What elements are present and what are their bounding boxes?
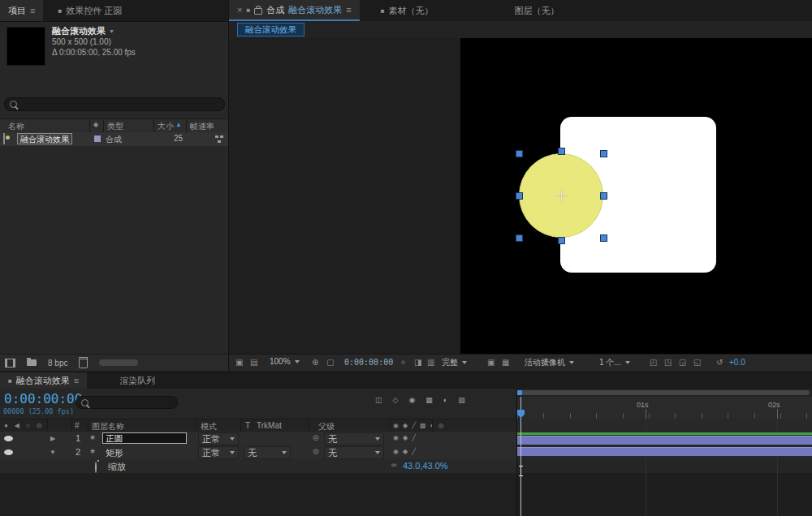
row-name[interactable]: 融合滚动效果 (17, 133, 72, 144)
workarea-start-marker[interactable] (517, 390, 522, 395)
video-column-icon[interactable]: ● (4, 422, 8, 429)
close-icon[interactable]: × (237, 5, 242, 15)
stopwatch-icon[interactable] (95, 462, 97, 473)
selection-handle[interactable] (558, 148, 565, 155)
timeline-button-icon[interactable]: ◲ (679, 358, 686, 367)
col-t[interactable]: T (245, 421, 250, 430)
graph-editor-icon[interactable]: ▨ (458, 396, 465, 404)
draft-3d-icon[interactable]: ◇ (393, 396, 399, 404)
sort-asc-icon[interactable]: ▲ (175, 121, 182, 128)
tab-footage[interactable]: ■ 素材（无） (373, 0, 442, 21)
col-framerate[interactable]: 帧速率 (190, 121, 214, 132)
property-value[interactable]: 43.0,43.0% (403, 461, 448, 471)
quality-switch-icon[interactable]: ◆ (403, 434, 408, 441)
solo-column-icon[interactable]: ○ (26, 422, 30, 429)
camera-dropdown[interactable]: 活动摄像机 (525, 357, 574, 368)
show-snapshot-icon[interactable]: ◨ (414, 358, 421, 367)
col-parent[interactable]: 父级 (318, 421, 335, 432)
lock-icon[interactable] (254, 8, 262, 15)
anchor-point-icon[interactable] (555, 190, 568, 202)
timeline-search-input[interactable] (92, 398, 172, 408)
project-search[interactable] (4, 97, 225, 111)
time-ruler[interactable]: 01s 02s (517, 397, 812, 419)
quality-switch-icon[interactable]: ◆ (403, 448, 408, 455)
layer-row-1[interactable]: ▶ 1 ★ 正圆 正常 ◎ 无 ◉ ◆ ╱ (0, 432, 516, 446)
col-trkmat[interactable]: TrkMat (257, 421, 282, 430)
work-area-bar[interactable] (517, 432, 812, 435)
threed-switch-icon[interactable]: ◎ (438, 422, 443, 429)
layer-row-2[interactable]: ▼ 2 ★ 矩形 正常 无 ◎ 无 ◉ ◆ ╱ (0, 445, 516, 460)
new-folder-icon[interactable] (27, 359, 37, 366)
comp-canvas[interactable] (460, 38, 812, 355)
expand-caret-icon[interactable]: ▶ (50, 435, 55, 442)
mini-flowchart-icon[interactable]: ◫ (375, 396, 382, 404)
interpret-footage-icon[interactable] (5, 359, 15, 368)
menu-icon[interactable]: ≡ (74, 376, 79, 385)
property-row-scale[interactable]: 缩放 ∞ 43.0,43.0% (0, 459, 516, 474)
col-number[interactable]: # (75, 421, 80, 430)
layer-name[interactable]: 矩形 (106, 447, 123, 459)
resolution-dropdown[interactable]: 完整 (442, 357, 467, 368)
mode-dropdown[interactable]: 正常 (198, 446, 239, 459)
collapse-switch-icon[interactable]: ◉ (393, 448, 399, 455)
flowchart-button-icon[interactable]: ◱ (693, 358, 701, 367)
comp-name[interactable]: 融合滚动效果 (52, 26, 106, 37)
eye-icon[interactable] (4, 449, 13, 455)
reset-exposure-icon[interactable]: ↺ (716, 358, 723, 367)
fx-switch-icon[interactable]: ╱ (412, 422, 416, 429)
col-mode[interactable]: 模式 (201, 421, 217, 432)
shy-icon[interactable]: ◉ (408, 396, 415, 404)
parent-dropdown[interactable]: 无 (324, 432, 384, 445)
fx-switch-icon[interactable]: ╱ (412, 434, 416, 441)
lock-column-icon[interactable]: ⊙ (37, 422, 42, 429)
timeline-search[interactable] (76, 396, 178, 409)
comp-viewer[interactable] (229, 38, 812, 355)
mask-visibility-icon[interactable]: ▢ (326, 358, 334, 367)
time-navigator[interactable] (517, 389, 812, 397)
collapse-switch-icon[interactable]: ◉ (393, 434, 399, 441)
tab-effect-controls[interactable]: ■ 效果控件 正圆 (50, 0, 130, 21)
pickwhip-icon[interactable]: ◎ (313, 433, 319, 441)
timeline-timecode[interactable]: 0:00:00:00 (4, 391, 82, 406)
tab-composition[interactable]: × ■ 合成 融合滚动效果 ≡ (229, 0, 360, 21)
audio-column-icon[interactable]: ◀ (15, 422, 19, 429)
roi-icon[interactable]: ▣ (487, 358, 495, 367)
col-type[interactable]: 类型 (107, 121, 123, 132)
bpc-button[interactable]: 8 bpc (48, 359, 67, 368)
transparency-grid-icon[interactable]: ▦ (502, 358, 509, 367)
zoom-dropdown[interactable]: 100% (270, 357, 300, 366)
target-icon[interactable]: ⊕ (312, 358, 318, 367)
layer-name-editbox[interactable]: 正圆 (102, 432, 187, 444)
label-column-icon[interactable]: ◆ (93, 121, 98, 128)
mode-dropdown[interactable]: 正常 (198, 432, 239, 445)
collapse-switch-icon[interactable]: ◉ (393, 422, 399, 429)
fast-preview-icon[interactable]: ◳ (664, 358, 672, 367)
selection-handle[interactable] (600, 192, 607, 200)
tab-layer[interactable]: 图层（无） (507, 0, 568, 21)
col-size[interactable]: 大小 (158, 121, 174, 132)
link-dimensions-icon[interactable]: ∞ (391, 461, 396, 469)
chevron-down-icon[interactable]: ▼ (109, 26, 114, 37)
monitor-icon[interactable]: ▤ (250, 358, 257, 367)
selection-handle[interactable] (558, 237, 565, 244)
col-layer-name[interactable]: 图层名称 (92, 421, 124, 432)
channels-icon[interactable]: ▥ (427, 358, 434, 367)
tab-render-queue[interactable]: 渲染队列 (111, 372, 163, 389)
eye-icon[interactable] (4, 436, 13, 441)
always-preview-icon[interactable]: ▣ (235, 358, 243, 367)
col-name[interactable]: 名称 (8, 121, 24, 132)
selection-handle[interactable] (516, 150, 523, 157)
exposure-value[interactable]: +0.0 (729, 358, 745, 367)
quality-switch-icon[interactable]: ◆ (403, 422, 408, 429)
fx-switch-icon[interactable]: ╱ (412, 448, 416, 455)
table-row[interactable]: 融合滚动效果 合成 25 (0, 132, 228, 146)
tab-project[interactable]: 项目 ≡ (0, 0, 43, 21)
selection-handle[interactable] (600, 150, 607, 157)
selection-handle[interactable] (516, 192, 523, 200)
expand-caret-icon[interactable]: ▼ (50, 449, 56, 456)
frame-blend-icon[interactable]: ▦ (425, 396, 433, 404)
pixel-aspect-icon[interactable]: ◰ (650, 358, 657, 367)
trkmat-dropdown[interactable]: 无 (244, 446, 291, 459)
menu-icon[interactable]: ≡ (346, 5, 351, 15)
rasterize-switch-icon[interactable]: ▩ (420, 422, 426, 429)
